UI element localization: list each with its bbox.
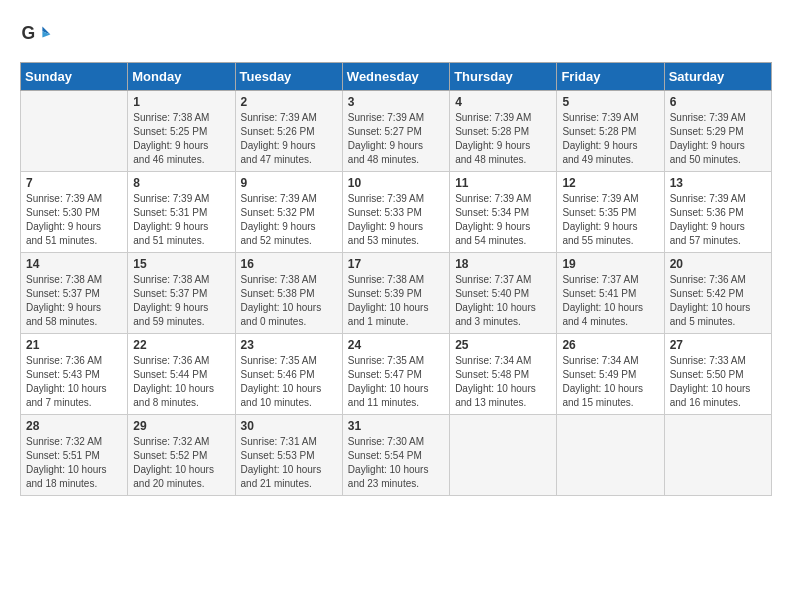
day-number: 26 xyxy=(562,338,658,352)
day-number: 27 xyxy=(670,338,766,352)
calendar-cell: 16Sunrise: 7:38 AM Sunset: 5:38 PM Dayli… xyxy=(235,253,342,334)
calendar-cell: 22Sunrise: 7:36 AM Sunset: 5:44 PM Dayli… xyxy=(128,334,235,415)
calendar-cell: 20Sunrise: 7:36 AM Sunset: 5:42 PM Dayli… xyxy=(664,253,771,334)
day-info: Sunrise: 7:39 AM Sunset: 5:33 PM Dayligh… xyxy=(348,192,444,248)
day-number: 6 xyxy=(670,95,766,109)
day-number: 16 xyxy=(241,257,337,271)
svg-text:G: G xyxy=(22,23,36,43)
day-number: 28 xyxy=(26,419,122,433)
calendar-cell: 1Sunrise: 7:38 AM Sunset: 5:25 PM Daylig… xyxy=(128,91,235,172)
day-number: 23 xyxy=(241,338,337,352)
day-number: 25 xyxy=(455,338,551,352)
header-sunday: Sunday xyxy=(21,63,128,91)
calendar-cell: 14Sunrise: 7:38 AM Sunset: 5:37 PM Dayli… xyxy=(21,253,128,334)
week-row-2: 7Sunrise: 7:39 AM Sunset: 5:30 PM Daylig… xyxy=(21,172,772,253)
day-info: Sunrise: 7:38 AM Sunset: 5:25 PM Dayligh… xyxy=(133,111,229,167)
calendar-cell: 11Sunrise: 7:39 AM Sunset: 5:34 PM Dayli… xyxy=(450,172,557,253)
day-number: 2 xyxy=(241,95,337,109)
day-info: Sunrise: 7:39 AM Sunset: 5:28 PM Dayligh… xyxy=(562,111,658,167)
calendar-cell xyxy=(21,91,128,172)
day-info: Sunrise: 7:30 AM Sunset: 5:54 PM Dayligh… xyxy=(348,435,444,491)
calendar-cell: 31Sunrise: 7:30 AM Sunset: 5:54 PM Dayli… xyxy=(342,415,449,496)
day-number: 4 xyxy=(455,95,551,109)
header-friday: Friday xyxy=(557,63,664,91)
calendar-cell: 23Sunrise: 7:35 AM Sunset: 5:46 PM Dayli… xyxy=(235,334,342,415)
day-number: 7 xyxy=(26,176,122,190)
week-row-3: 14Sunrise: 7:38 AM Sunset: 5:37 PM Dayli… xyxy=(21,253,772,334)
logo-icon: G xyxy=(20,20,52,52)
page-header: G xyxy=(20,20,772,52)
day-info: Sunrise: 7:39 AM Sunset: 5:30 PM Dayligh… xyxy=(26,192,122,248)
day-info: Sunrise: 7:32 AM Sunset: 5:51 PM Dayligh… xyxy=(26,435,122,491)
calendar-table: SundayMondayTuesdayWednesdayThursdayFrid… xyxy=(20,62,772,496)
day-info: Sunrise: 7:38 AM Sunset: 5:37 PM Dayligh… xyxy=(26,273,122,329)
day-info: Sunrise: 7:36 AM Sunset: 5:42 PM Dayligh… xyxy=(670,273,766,329)
calendar-cell: 15Sunrise: 7:38 AM Sunset: 5:37 PM Dayli… xyxy=(128,253,235,334)
calendar-cell: 30Sunrise: 7:31 AM Sunset: 5:53 PM Dayli… xyxy=(235,415,342,496)
day-number: 30 xyxy=(241,419,337,433)
day-number: 29 xyxy=(133,419,229,433)
day-number: 22 xyxy=(133,338,229,352)
day-number: 1 xyxy=(133,95,229,109)
calendar-cell: 7Sunrise: 7:39 AM Sunset: 5:30 PM Daylig… xyxy=(21,172,128,253)
header-wednesday: Wednesday xyxy=(342,63,449,91)
week-row-5: 28Sunrise: 7:32 AM Sunset: 5:51 PM Dayli… xyxy=(21,415,772,496)
day-number: 17 xyxy=(348,257,444,271)
calendar-cell: 12Sunrise: 7:39 AM Sunset: 5:35 PM Dayli… xyxy=(557,172,664,253)
header-tuesday: Tuesday xyxy=(235,63,342,91)
logo: G xyxy=(20,20,56,52)
day-number: 5 xyxy=(562,95,658,109)
day-info: Sunrise: 7:38 AM Sunset: 5:39 PM Dayligh… xyxy=(348,273,444,329)
header-row: SundayMondayTuesdayWednesdayThursdayFrid… xyxy=(21,63,772,91)
calendar-cell: 3Sunrise: 7:39 AM Sunset: 5:27 PM Daylig… xyxy=(342,91,449,172)
header-thursday: Thursday xyxy=(450,63,557,91)
day-number: 12 xyxy=(562,176,658,190)
header-saturday: Saturday xyxy=(664,63,771,91)
day-info: Sunrise: 7:39 AM Sunset: 5:34 PM Dayligh… xyxy=(455,192,551,248)
calendar-cell xyxy=(664,415,771,496)
day-number: 21 xyxy=(26,338,122,352)
week-row-1: 1Sunrise: 7:38 AM Sunset: 5:25 PM Daylig… xyxy=(21,91,772,172)
calendar-cell: 24Sunrise: 7:35 AM Sunset: 5:47 PM Dayli… xyxy=(342,334,449,415)
calendar-cell: 17Sunrise: 7:38 AM Sunset: 5:39 PM Dayli… xyxy=(342,253,449,334)
day-info: Sunrise: 7:37 AM Sunset: 5:41 PM Dayligh… xyxy=(562,273,658,329)
header-monday: Monday xyxy=(128,63,235,91)
day-number: 24 xyxy=(348,338,444,352)
calendar-cell: 4Sunrise: 7:39 AM Sunset: 5:28 PM Daylig… xyxy=(450,91,557,172)
calendar-cell: 18Sunrise: 7:37 AM Sunset: 5:40 PM Dayli… xyxy=(450,253,557,334)
calendar-cell: 27Sunrise: 7:33 AM Sunset: 5:50 PM Dayli… xyxy=(664,334,771,415)
calendar-cell: 21Sunrise: 7:36 AM Sunset: 5:43 PM Dayli… xyxy=(21,334,128,415)
day-number: 10 xyxy=(348,176,444,190)
day-number: 31 xyxy=(348,419,444,433)
calendar-cell: 29Sunrise: 7:32 AM Sunset: 5:52 PM Dayli… xyxy=(128,415,235,496)
day-info: Sunrise: 7:39 AM Sunset: 5:31 PM Dayligh… xyxy=(133,192,229,248)
day-info: Sunrise: 7:37 AM Sunset: 5:40 PM Dayligh… xyxy=(455,273,551,329)
day-info: Sunrise: 7:34 AM Sunset: 5:48 PM Dayligh… xyxy=(455,354,551,410)
calendar-cell: 13Sunrise: 7:39 AM Sunset: 5:36 PM Dayli… xyxy=(664,172,771,253)
day-info: Sunrise: 7:35 AM Sunset: 5:46 PM Dayligh… xyxy=(241,354,337,410)
calendar-cell: 25Sunrise: 7:34 AM Sunset: 5:48 PM Dayli… xyxy=(450,334,557,415)
day-info: Sunrise: 7:39 AM Sunset: 5:26 PM Dayligh… xyxy=(241,111,337,167)
day-info: Sunrise: 7:32 AM Sunset: 5:52 PM Dayligh… xyxy=(133,435,229,491)
day-info: Sunrise: 7:39 AM Sunset: 5:32 PM Dayligh… xyxy=(241,192,337,248)
day-info: Sunrise: 7:36 AM Sunset: 5:43 PM Dayligh… xyxy=(26,354,122,410)
calendar-cell: 5Sunrise: 7:39 AM Sunset: 5:28 PM Daylig… xyxy=(557,91,664,172)
day-info: Sunrise: 7:39 AM Sunset: 5:35 PM Dayligh… xyxy=(562,192,658,248)
calendar-cell: 2Sunrise: 7:39 AM Sunset: 5:26 PM Daylig… xyxy=(235,91,342,172)
calendar-cell: 19Sunrise: 7:37 AM Sunset: 5:41 PM Dayli… xyxy=(557,253,664,334)
day-number: 20 xyxy=(670,257,766,271)
day-number: 18 xyxy=(455,257,551,271)
day-number: 11 xyxy=(455,176,551,190)
calendar-cell: 8Sunrise: 7:39 AM Sunset: 5:31 PM Daylig… xyxy=(128,172,235,253)
day-info: Sunrise: 7:38 AM Sunset: 5:38 PM Dayligh… xyxy=(241,273,337,329)
day-info: Sunrise: 7:39 AM Sunset: 5:29 PM Dayligh… xyxy=(670,111,766,167)
day-info: Sunrise: 7:39 AM Sunset: 5:27 PM Dayligh… xyxy=(348,111,444,167)
day-number: 3 xyxy=(348,95,444,109)
day-info: Sunrise: 7:31 AM Sunset: 5:53 PM Dayligh… xyxy=(241,435,337,491)
day-info: Sunrise: 7:38 AM Sunset: 5:37 PM Dayligh… xyxy=(133,273,229,329)
day-info: Sunrise: 7:33 AM Sunset: 5:50 PM Dayligh… xyxy=(670,354,766,410)
day-number: 8 xyxy=(133,176,229,190)
calendar-cell: 6Sunrise: 7:39 AM Sunset: 5:29 PM Daylig… xyxy=(664,91,771,172)
day-info: Sunrise: 7:34 AM Sunset: 5:49 PM Dayligh… xyxy=(562,354,658,410)
day-info: Sunrise: 7:35 AM Sunset: 5:47 PM Dayligh… xyxy=(348,354,444,410)
